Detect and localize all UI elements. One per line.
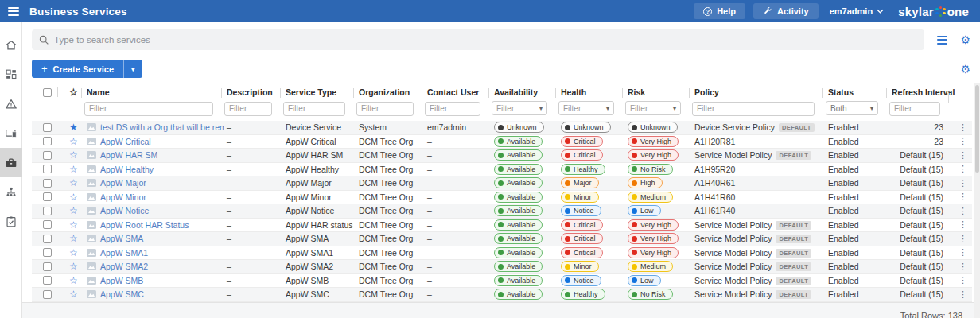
column-header-description[interactable]: Description	[224, 87, 283, 97]
favorite-star-icon[interactable]: ☆	[69, 276, 78, 285]
favorite-star-icon[interactable]: ☆	[69, 137, 78, 146]
row-checkbox[interactable]	[43, 192, 52, 201]
row-menu-kebab-icon[interactable]: ⋮	[959, 206, 967, 216]
favorite-column-star-icon[interactable]: ☆	[69, 87, 78, 98]
service-name-link[interactable]: AppW Notice	[100, 206, 149, 215]
create-service-button[interactable]: + Create Service	[32, 60, 123, 78]
row-checkbox[interactable]	[43, 151, 52, 160]
table-row[interactable]: ☆ AppW Healthy – AppW Healthy DCM Tree O…	[32, 163, 972, 177]
refresh-interval-filter-input[interactable]	[889, 102, 940, 116]
table-row[interactable]: ☆ AppW Major – AppW Major DCM Tree Org –…	[32, 176, 972, 191]
table-row[interactable]: ☆ AppW Minor – AppW Minor DCM Tree Org –…	[32, 191, 972, 205]
service-name-link[interactable]: AppW SMC	[100, 289, 144, 299]
table-row[interactable]: ☆ AppW SMA1 – AppW SMA1 DCM Tree Org – A…	[32, 246, 972, 261]
column-header-health[interactable]: Health	[558, 87, 625, 97]
health-filter-select[interactable]: Filter▾	[558, 101, 614, 115]
service-name-link[interactable]: AppW HAR SM	[100, 150, 158, 160]
row-menu-kebab-icon[interactable]: ⋮	[959, 219, 967, 230]
sidebar-item-maps[interactable]	[0, 177, 22, 207]
availability-filter-select[interactable]: Filter▾	[492, 101, 547, 115]
column-header-contact-user[interactable]: Contact User	[425, 87, 492, 97]
row-checkbox[interactable]	[43, 248, 52, 257]
row-menu-kebab-icon[interactable]: ⋮	[959, 192, 967, 202]
column-header-availability[interactable]: Availability	[492, 87, 558, 97]
row-checkbox[interactable]	[43, 137, 52, 145]
row-menu-kebab-icon[interactable]: ⋮	[959, 262, 967, 272]
row-checkbox[interactable]	[43, 207, 52, 215]
service-name-link[interactable]: AppW Major	[100, 178, 146, 188]
column-header-refresh-interval[interactable]: Refresh Interval	[889, 87, 951, 97]
service-name-link[interactable]: AppW SMA1	[100, 248, 148, 258]
table-row[interactable]: ☆ AppW Critical – AppW Critical DCM Tree…	[32, 135, 972, 149]
risk-filter-select[interactable]: Filter▾	[625, 101, 681, 115]
row-menu-kebab-icon[interactable]: ⋮	[959, 164, 967, 174]
view-options-icon[interactable]	[935, 34, 949, 46]
row-checkbox[interactable]	[43, 262, 52, 271]
favorite-star-icon[interactable]: ☆	[69, 178, 78, 188]
column-header-name[interactable]: Name	[84, 87, 224, 97]
sidebar-item-home[interactable]	[0, 30, 22, 60]
favorite-star-icon[interactable]: ☆	[69, 206, 78, 215]
scrollbar-thumb[interactable]	[975, 85, 979, 173]
service-type-filter-input[interactable]	[283, 102, 345, 116]
table-row[interactable]: ★ test DS with a Org that will be remove…	[32, 121, 972, 135]
row-menu-kebab-icon[interactable]: ⋮	[959, 122, 967, 133]
column-header-policy[interactable]: Policy	[692, 87, 826, 97]
table-row[interactable]: ☆ AppW Notice – AppW Notice DCM Tree Org…	[32, 204, 972, 219]
service-name-link[interactable]: AppW Minor	[100, 192, 146, 202]
favorite-star-icon[interactable]: ☆	[69, 248, 78, 258]
favorite-star-icon[interactable]: ★	[69, 122, 78, 132]
table-row[interactable]: ☆ AppW SMA2 – AppW SMA2 DCM Tree Org – A…	[32, 260, 972, 274]
service-name-link[interactable]: AppW SMB	[100, 276, 143, 285]
column-header-service-type[interactable]: Service Type	[283, 87, 356, 97]
table-row[interactable]: ☆ AppW SMB – AppW SMB DCM Tree Org – Ava…	[32, 274, 972, 289]
search-settings-gear-icon[interactable]: ⚙	[960, 34, 970, 45]
row-checkbox[interactable]	[43, 220, 52, 229]
row-menu-kebab-icon[interactable]: ⋮	[959, 136, 967, 146]
table-row[interactable]: ☆ AppW SMC – AppW SMC DCM Tree Org – Ava…	[32, 288, 972, 302]
table-row[interactable]: ☆ AppW Root HAR Status – AppW HAR status…	[32, 219, 972, 233]
row-menu-kebab-icon[interactable]: ⋮	[959, 289, 967, 300]
service-name-link[interactable]: test DS with a Org that will be removed	[100, 122, 224, 132]
favorite-star-icon[interactable]: ☆	[69, 220, 78, 230]
favorite-star-icon[interactable]: ☆	[69, 192, 78, 202]
sidebar-item-business-services[interactable]	[0, 148, 22, 177]
column-header-status[interactable]: Status	[826, 87, 889, 97]
service-name-link[interactable]: AppW SMA	[100, 234, 143, 243]
create-service-dropdown-button[interactable]: ▾	[123, 60, 142, 78]
service-name-link[interactable]: AppW Root HAR Status	[100, 220, 189, 230]
favorite-star-icon[interactable]: ☆	[69, 165, 78, 174]
user-menu[interactable]: em7admin	[826, 6, 887, 16]
row-menu-kebab-icon[interactable]: ⋮	[959, 150, 967, 161]
favorite-star-icon[interactable]: ☆	[69, 234, 78, 243]
contact-user-filter-input[interactable]	[425, 102, 480, 116]
service-name-link[interactable]: AppW Critical	[100, 137, 151, 146]
sidebar-item-tasks[interactable]	[0, 207, 22, 236]
column-header-organization[interactable]: Organization	[356, 87, 425, 97]
sidebar-item-events[interactable]	[0, 89, 22, 118]
row-checkbox[interactable]	[43, 235, 52, 243]
search-input[interactable]	[54, 35, 918, 45]
row-checkbox[interactable]	[43, 165, 52, 173]
table-row[interactable]: ☆ AppW SMA – AppW SMA DCM Tree Org – Ava…	[32, 232, 972, 246]
row-checkbox[interactable]	[43, 290, 52, 299]
help-button[interactable]: ? Help	[694, 3, 745, 19]
name-filter-input[interactable]	[84, 102, 213, 116]
row-menu-kebab-icon[interactable]: ⋮	[959, 247, 967, 258]
policy-filter-input[interactable]	[692, 102, 815, 116]
description-filter-input[interactable]	[224, 102, 272, 116]
hamburger-menu-icon[interactable]	[2, 0, 25, 22]
row-menu-kebab-icon[interactable]: ⋮	[959, 178, 967, 188]
vertical-scrollbar[interactable]	[974, 83, 980, 318]
row-menu-kebab-icon[interactable]: ⋮	[959, 275, 967, 285]
select-all-checkbox[interactable]	[43, 88, 52, 97]
service-name-link[interactable]: AppW SMA2	[100, 262, 148, 271]
activity-button[interactable]: Activity	[753, 3, 819, 19]
row-checkbox[interactable]	[43, 276, 52, 285]
row-checkbox[interactable]	[43, 179, 52, 188]
grid-settings-gear-icon[interactable]: ⚙	[960, 64, 970, 75]
sidebar-item-dashboards[interactable]	[0, 60, 22, 89]
service-name-link[interactable]: AppW Healthy	[100, 165, 154, 174]
status-filter-select[interactable]: Both▾	[826, 101, 878, 115]
row-menu-kebab-icon[interactable]: ⋮	[959, 234, 967, 244]
